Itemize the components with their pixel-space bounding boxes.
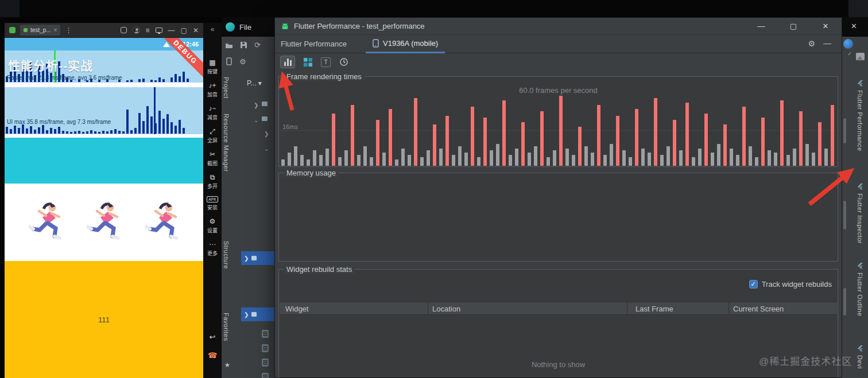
close-button[interactable]: ✕ [809,18,842,35]
overlay-bar [86,131,88,134]
tree-chevron-icon[interactable]: ❯ [264,131,269,137]
sdk-manager-icon[interactable]: ⚙ [239,58,246,65]
sidebar-tab-project[interactable]: Project [223,77,230,99]
scrollbar-thumb[interactable] [843,201,846,229]
sidebar-tab-structure[interactable]: Structure [223,241,230,269]
frame-bar [464,153,468,166]
hide-panel-icon[interactable]: — [823,38,831,48]
ide-menubar: File [222,17,274,37]
minimize-button[interactable]: — [745,18,777,35]
image-icon[interactable] [856,53,865,60]
tree-chevron-icon[interactable]: ⌄ [254,117,258,123]
overlay-bar [14,126,16,134]
track-rebuilds-checkbox[interactable]: ✓ [749,280,758,289]
frame-bar [824,149,828,166]
maximize-icon[interactable]: ▢ [181,27,187,34]
tab-device[interactable]: V1936A (mobile) [366,35,445,53]
hamburger-menu-icon[interactable]: ≡ [146,27,150,34]
memory-usage-section: Memory usage [278,173,838,262]
end-call-icon[interactable]: ☎ [203,351,222,360]
close-icon[interactable]: ✕ [851,22,857,30]
sidebar-tab-favorites[interactable]: Favorites [223,313,230,341]
project-panel-header[interactable]: P... ▾ [247,79,262,87]
phone-app-icon [9,27,16,33]
frame-bar [572,155,575,166]
overlay-bar [10,129,12,134]
tree-chevron-icon[interactable]: ❯ [254,102,258,108]
phone-toolbar-volume-down[interactable]: ♪−减音 [207,104,218,121]
tool-tab-device[interactable]: Devi [857,345,863,369]
tool-tab-flutter-performance[interactable]: Flutter Performance [857,80,863,151]
save-icon[interactable] [240,41,247,49]
avatar-icon[interactable] [133,26,140,34]
phone-toolbar-install-apk[interactable]: APK安装 [207,196,218,211]
phone-toolbar-multi-window[interactable]: ⧉多开 [207,173,218,190]
column-header-location[interactable]: Location [432,302,460,315]
phone-toolbar-keypad[interactable]: ▦按键 [207,59,218,75]
close-icon[interactable]: ✕ [193,27,199,34]
tool-tab-flutter-inspector[interactable]: Flutter Inspector [857,184,863,244]
phone-device-tab[interactable]: test_p... × [20,25,60,36]
file-icon[interactable] [262,358,269,367]
column-header-last-frame[interactable]: Last Frame [636,302,673,315]
column-header-current-screen[interactable]: Current Screen [733,302,784,315]
frame-bar [357,155,361,166]
menu-file[interactable]: File [239,23,251,32]
back-icon[interactable]: ↩ [203,333,222,341]
overlay-bar [122,131,125,134]
overlay-bar [158,77,161,82]
sidebar-tab-resource-manager[interactable]: Resource Manager [223,114,230,172]
phone-toolbar-volume-up[interactable]: ♪+加音 [207,81,218,98]
frame-bar [774,153,777,166]
scrollbar-thumb[interactable] [843,288,846,315]
file-icon[interactable] [262,344,269,352]
phone-toolbar-screenshot[interactable]: ✂截图 [207,150,218,167]
phone-screen[interactable]: 12:46 Raster max 21.3 ms/frame, avg 3.6 … [5,38,203,378]
frame-bar-janky [483,118,487,166]
open-folder-icon[interactable] [225,42,233,49]
frame-chart-toggle-button[interactable] [280,56,295,68]
tree-chevron-icon[interactable]: ⌄ [264,146,269,152]
phone-toolbar-fullscreen[interactable]: ⤢全屏 [207,127,218,144]
column-separator [728,302,729,314]
tool-tab-flutter-outline[interactable]: Flutter Outline [857,263,863,317]
frame-bar-janky [376,120,379,166]
maximize-button[interactable]: ▢ [777,18,809,35]
overlay-bar [170,77,173,82]
file-icon[interactable] [262,330,269,338]
sync-icon[interactable]: ⟳ [254,41,261,49]
file-icon[interactable] [262,373,269,378]
display-icon[interactable] [156,28,162,33]
overlay-bar [50,128,52,134]
frame-bar [749,146,752,166]
gear-icon[interactable]: ⚙ [808,39,815,48]
project-tree-selected-row[interactable]: ❯ [241,307,274,321]
performance-overlay-toggle-button[interactable] [304,58,312,67]
frame-bar-janky [559,96,563,166]
column-separator [627,302,627,314]
device-manager-icon[interactable] [226,57,232,65]
project-header-label: P... [247,79,256,87]
badge-icon[interactable] [843,39,853,49]
tab-close-icon[interactable]: × [54,27,57,33]
phone-toolbar-more[interactable]: ⋯更多 [207,240,218,257]
phone-tool-strip: « ▦按键♪+加音♪−减音⤢全屏✂截图⧉多开APK安装⚙设置⋯更多 ↩ ☎ [203,23,222,378]
ide-toolbar: ⟳ [225,41,261,49]
frame-bar-janky [597,105,600,166]
project-tree-selected-row[interactable]: ❯ [241,251,274,265]
scrollbar-thumb[interactable] [843,118,846,143]
keypad-icon: ▦ [209,59,215,67]
slow-animations-clock-button[interactable] [339,57,348,67]
capture-icon[interactable] [121,27,127,33]
window-titlebar[interactable]: Flutter Performance - test_performance —… [275,18,842,35]
column-header-widget[interactable]: Widget [285,302,308,315]
debug-paint-text-button[interactable]: T [321,57,331,67]
minimize-icon[interactable]: — [168,27,175,34]
collapse-icon[interactable]: « [203,25,222,33]
phone-toolbar-settings[interactable]: ⚙设置 [207,217,218,234]
overlay-bar [179,76,181,82]
kebab-menu-icon[interactable]: ⋮ [65,27,72,34]
ide-strip: File ⟳ ⚙ Project Resource Manager Struct… [222,17,274,378]
frame-bar-janky [445,116,449,166]
phone-toolbar-label: 减音 [207,114,218,121]
